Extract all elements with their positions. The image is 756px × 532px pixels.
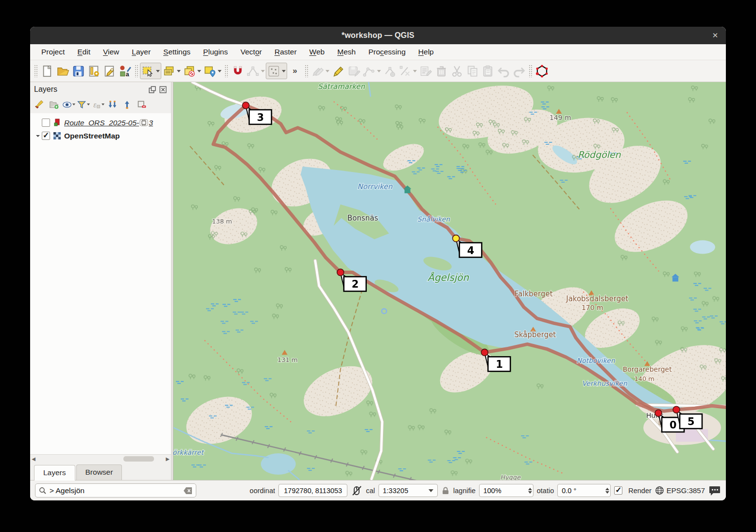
layer-checkbox-openstreetmap[interactable] — [42, 132, 50, 140]
toolbar-button-open-project[interactable] — [55, 63, 70, 79]
memory-layer-indicator-icon[interactable] — [139, 119, 148, 126]
map-label: 170 m — [582, 304, 603, 311]
dropdown-arrow-icon[interactable] — [218, 70, 222, 72]
menu-layer[interactable]: Layer — [126, 46, 156, 58]
toolbar-button-style-manager[interactable]: a — [117, 63, 133, 79]
expand-all-icon — [107, 100, 118, 110]
layers-hscrollbar[interactable]: ◀ ▶ — [30, 454, 171, 463]
scroll-thumb[interactable] — [123, 456, 154, 462]
toolbar-button-overflow[interactable]: » — [287, 63, 303, 79]
collapse-all-icon — [122, 100, 132, 110]
menu-edit[interactable]: Edit — [72, 46, 96, 58]
panel-button-filter-legend[interactable] — [77, 98, 90, 111]
add-feature-icon — [362, 65, 376, 78]
toolbar-button-ors-tools[interactable] — [534, 63, 550, 79]
toolbar-button-add-feature — [361, 63, 382, 79]
filter-legend-icon — [77, 100, 86, 110]
menu-view[interactable]: View — [98, 46, 124, 58]
toolbar-button-save-project[interactable] — [70, 63, 86, 79]
layer-row-route[interactable]: Route_ORS_2025-05- 3 — [30, 116, 171, 129]
window-close-icon[interactable]: ✕ — [710, 31, 720, 40]
toolbar-button-paste-features — [480, 63, 496, 79]
menu-processing[interactable]: Processing — [363, 46, 411, 58]
current-edits-icon — [311, 65, 324, 78]
locator-search[interactable]: > Agelsjön — [35, 483, 196, 498]
combo-arrow-icon — [429, 489, 433, 492]
dropdown-arrow-icon[interactable] — [377, 70, 381, 72]
menu-help[interactable]: Help — [413, 46, 439, 58]
panel-button-expand-all[interactable] — [106, 98, 119, 111]
toolbar-button-new-project[interactable] — [39, 63, 55, 79]
magnifier-label: lagnifie — [453, 487, 476, 495]
magnifier-spinbox[interactable]: 100% — [479, 484, 533, 497]
lock-scale-icon[interactable] — [441, 486, 450, 495]
layer-row-openstreetmap[interactable]: OpenStreetMap — [30, 129, 171, 142]
dropdown-arrow-icon[interactable] — [326, 70, 329, 72]
toolbar-handle[interactable] — [34, 65, 37, 77]
dropdown-arrow-icon[interactable] — [261, 70, 265, 72]
menu-mesh[interactable]: Mesh — [332, 46, 361, 58]
toolbar-button-toggle-editing[interactable] — [330, 63, 346, 79]
panel-button-collapse-all[interactable] — [120, 98, 134, 111]
rotation-spinbox[interactable]: 0.0 ° — [557, 484, 611, 497]
toolbar-handle[interactable] — [224, 65, 228, 77]
map-label: Hygge — [500, 474, 521, 480]
toolbar-button-new-print-layout[interactable] — [86, 63, 102, 79]
crs-status[interactable]: EPSG:3857 — [655, 486, 705, 495]
toolbar-button-select-features-by-value[interactable] — [161, 63, 182, 79]
map-canvas[interactable]: Sätramarken149 mRödgölenNorrvikenBonsnäs… — [173, 82, 726, 480]
scroll-right-icon[interactable]: ▶ — [164, 456, 171, 462]
menu-raster[interactable]: Raster — [269, 46, 302, 58]
spin-arrows-icon[interactable] — [528, 488, 532, 494]
dropdown-arrow-icon[interactable] — [282, 70, 286, 72]
layer-expand-caret[interactable] — [34, 134, 42, 138]
toggle-extents-icon[interactable] — [351, 485, 362, 497]
messages-icon[interactable] — [708, 485, 721, 496]
menu-settings[interactable]: Settings — [158, 46, 196, 58]
dropdown-arrow-icon[interactable] — [102, 103, 104, 105]
tab-layers[interactable]: Layers — [34, 465, 75, 481]
scroll-left-icon[interactable]: ◀ — [30, 456, 37, 462]
toolbar-button-advanced-digitizing[interactable] — [266, 63, 287, 79]
render-checkbox[interactable]: Render — [614, 486, 652, 495]
scale-combobox[interactable]: 1:33205 — [378, 484, 438, 497]
map-render: Sätramarken149 mRödgölenNorrvikenBonsnäs… — [173, 82, 726, 480]
panel-close-icon[interactable] — [159, 86, 167, 94]
toolbar-handle[interactable] — [305, 65, 308, 77]
menu-project[interactable]: Project — [36, 46, 70, 58]
menu-plugins[interactable]: Plugins — [198, 46, 233, 58]
dropdown-arrow-icon[interactable] — [72, 103, 75, 105]
search-input[interactable]: > Agelsjön — [50, 486, 181, 495]
scale-label: cal — [366, 487, 375, 495]
toolbar-button-layout-manager[interactable] — [102, 63, 117, 79]
toolbar-handle[interactable] — [135, 65, 138, 77]
menu-web[interactable]: Web — [304, 46, 330, 58]
panel-button-remove-layer[interactable] — [135, 98, 148, 111]
dropdown-arrow-icon[interactable] — [177, 70, 181, 72]
toolbar-button-snapping[interactable] — [230, 63, 245, 79]
toolbar-button-vertex-tool-topology — [245, 63, 266, 79]
dropdown-arrow-icon[interactable] — [197, 70, 201, 72]
toolbar-button-select-features[interactable] — [140, 63, 161, 79]
layers-panel-title: Layers — [34, 85, 146, 94]
new-print-layout-icon — [87, 65, 101, 78]
dropdown-arrow-icon[interactable] — [413, 70, 417, 72]
toolbar-button-select-by-location[interactable] — [202, 63, 223, 79]
svg-text:4: 4 — [467, 245, 474, 257]
layer-checkbox-route[interactable] — [42, 119, 50, 127]
dropdown-arrow-icon[interactable] — [87, 103, 90, 105]
panel-button-filter-expression[interactable]: ε — [91, 98, 104, 111]
coordinate-field[interactable]: 1792780, 8113053 — [278, 484, 347, 497]
toolbar-handle[interactable] — [529, 65, 532, 77]
select-features-icon — [141, 65, 155, 78]
spin-arrows-icon[interactable] — [605, 488, 609, 494]
tab-browser[interactable]: Browser — [76, 464, 122, 480]
panel-float-icon[interactable] — [148, 86, 156, 94]
toolbar-button-deselect-features[interactable] — [182, 63, 202, 79]
dropdown-arrow-icon[interactable] — [156, 70, 160, 72]
clear-search-icon[interactable] — [184, 487, 192, 494]
panel-button-manage-map-themes[interactable] — [62, 98, 75, 111]
panel-button-add-group[interactable] — [48, 98, 61, 111]
panel-button-open-layer-styling[interactable] — [33, 98, 46, 111]
menu-vector[interactable]: Vector — [235, 46, 267, 58]
